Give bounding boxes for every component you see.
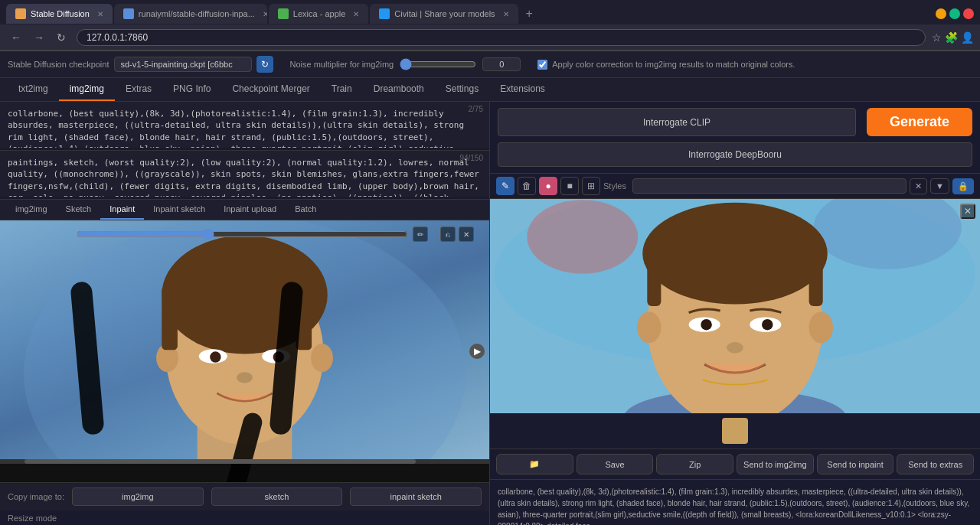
window-controls xyxy=(936,8,974,19)
tab-checkpoint-merger[interactable]: Checkpoint Merger xyxy=(221,78,320,101)
canvas-area: ⎌ ✕ ✏ ▶ xyxy=(0,220,489,482)
back-button[interactable]: ← xyxy=(6,30,26,45)
result-close-button[interactable]: ✕ xyxy=(960,204,975,219)
color-correction-section: Apply color correction to img2img result… xyxy=(537,60,795,70)
color-correction-checkbox[interactable] xyxy=(537,60,547,70)
minimize-button[interactable] xyxy=(936,8,946,19)
interrogate-clip-button[interactable]: Interrogate CLIP xyxy=(498,108,856,136)
subtab-inpaint[interactable]: Inpaint xyxy=(100,200,144,220)
color-correction-label: Apply color correction to img2img result… xyxy=(552,60,795,69)
svg-point-24 xyxy=(809,311,833,343)
right-panel: Interrogate CLIP Generate Interrogate De… xyxy=(490,102,980,525)
subtab-batch[interactable]: Batch xyxy=(286,200,325,220)
url-input[interactable] xyxy=(77,29,926,46)
styles-apply-button[interactable]: ▼ xyxy=(930,178,949,194)
resize-mode-label: Resize mode xyxy=(0,510,489,525)
tab-close-3[interactable]: ✕ xyxy=(353,10,359,18)
close-button[interactable] xyxy=(963,8,974,19)
tab-runwayml[interactable]: runaiyml/stable-diffusion-inpa... ✕ xyxy=(114,4,267,24)
brush-size-slider[interactable] xyxy=(77,228,408,240)
svg-rect-6 xyxy=(162,287,178,350)
tab-civitai[interactable]: Civitai | Share your models ✕ xyxy=(370,4,518,24)
browser-chrome: Stable Diffusion ✕ runaiyml/stable-diffu… xyxy=(0,0,980,51)
styles-save-button[interactable]: 🔒 xyxy=(952,178,974,194)
noise-input[interactable]: 0 xyxy=(482,57,521,71)
nav-tabs: txt2img img2img Extras PNG Info Checkpoi… xyxy=(0,78,980,102)
new-tab-button[interactable]: + xyxy=(520,5,539,22)
send-to-img2img-button[interactable]: Send to img2img xyxy=(737,454,814,474)
send-to-extras-button[interactable]: Send to extras xyxy=(897,454,974,474)
svg-point-28 xyxy=(762,319,773,330)
tool-trash-button[interactable]: 🗑 xyxy=(518,177,536,195)
tool-color-button[interactable]: ● xyxy=(539,177,557,195)
tab-train[interactable]: Train xyxy=(321,78,363,101)
negative-prompt-area: 94/150 paintings, sketch, (worst quality… xyxy=(0,151,489,200)
svg-point-27 xyxy=(701,319,711,330)
checkpoint-select[interactable]: sd-v1-5-inpainting.ckpt [c6bbc15e32] xyxy=(114,57,252,72)
style-tools: ✎ 🗑 ● ■ ⊞ Styles ✕ ▼ 🔒 xyxy=(490,174,980,199)
tab-extras[interactable]: Extras xyxy=(115,78,162,101)
maximize-button[interactable] xyxy=(949,8,960,19)
svg-point-29 xyxy=(727,342,743,353)
subtab-inpaint-upload[interactable]: Inpaint upload xyxy=(214,200,286,220)
bookmark-icon[interactable]: ☆ xyxy=(932,31,942,44)
copy-to-sketch-button[interactable]: sketch xyxy=(211,488,343,506)
result-prompt-text: collarbone, (best quality),(8k, 3d),(pho… xyxy=(490,480,980,525)
positive-prompt-counter: 2/75 xyxy=(469,105,483,113)
canvas-undo-button[interactable]: ⎌ xyxy=(440,227,456,242)
checkpoint-refresh-button[interactable]: ↻ xyxy=(256,56,273,73)
tab-close-4[interactable]: ✕ xyxy=(503,10,509,18)
folder-icon: 📁 xyxy=(529,459,540,469)
copy-to-img2img-button[interactable]: img2img xyxy=(72,488,204,506)
canvas-scroll-right-button[interactable]: ▶ xyxy=(469,344,485,359)
navigation-buttons: ← → ↻ xyxy=(6,30,70,45)
folder-button[interactable]: 📁 xyxy=(496,454,573,474)
tool-brush-button[interactable]: ✎ xyxy=(496,177,514,195)
extensions-icon[interactable]: 🧩 xyxy=(945,31,958,44)
tab-stable-diffusion[interactable]: Stable Diffusion ✕ xyxy=(6,4,113,24)
copy-image-row: Copy image to: img2img sketch inpaint sk… xyxy=(0,482,489,510)
checkpoint-section: Stable Diffusion checkpoint sd-v1-5-inpa… xyxy=(8,56,273,73)
tab-settings[interactable]: Settings xyxy=(435,78,489,101)
canvas-paint-mode-button[interactable]: ✏ xyxy=(413,227,428,242)
copy-to-inpaint-sketch-button[interactable]: inpaint sketch xyxy=(350,488,482,506)
result-thumbnail[interactable] xyxy=(722,418,748,444)
canvas-scroll-bar[interactable] xyxy=(0,459,489,464)
canvas-scroll-thumb xyxy=(24,459,416,464)
profile-icon[interactable]: 👤 xyxy=(961,31,974,44)
tab-dreambooth[interactable]: Dreambooth xyxy=(363,78,435,101)
subtab-inpaint-sketch[interactable]: Inpaint sketch xyxy=(144,200,214,220)
tool-grid-button[interactable]: ⊞ xyxy=(582,177,600,195)
tab-close-1[interactable]: ✕ xyxy=(97,10,103,18)
subtab-img2img[interactable]: img2img xyxy=(6,200,57,220)
send-to-inpaint-button[interactable]: Send to inpaint xyxy=(817,454,894,474)
styles-input[interactable] xyxy=(632,178,906,194)
zip-button[interactable]: Zip xyxy=(656,454,733,474)
tab-favicon-3 xyxy=(278,8,289,19)
tab-extensions[interactable]: Extensions xyxy=(489,78,556,101)
tab-png-info[interactable]: PNG Info xyxy=(162,78,221,101)
action-buttons: 📁 Save Zip Send to img2img Send to inpai… xyxy=(490,449,980,480)
refresh-button[interactable]: ↻ xyxy=(52,30,70,45)
positive-prompt-input[interactable]: collarbone, (best quality),(8k, 3d),(pho… xyxy=(0,102,489,148)
forward-button[interactable]: → xyxy=(29,30,49,45)
negative-prompt-input[interactable]: paintings, sketch, (worst quality:2), (l… xyxy=(0,151,489,197)
result-image-svg xyxy=(490,199,980,413)
negative-prompt-counter: 94/150 xyxy=(459,154,483,162)
tab-img2img[interactable]: img2img xyxy=(59,78,115,101)
styles-clear-button[interactable]: ✕ xyxy=(910,178,927,194)
tab-lexica[interactable]: Lexica - apple ✕ xyxy=(269,4,369,24)
save-button[interactable]: Save xyxy=(577,454,654,474)
canvas-clear-button[interactable]: ✕ xyxy=(459,227,474,242)
generate-button[interactable]: Generate xyxy=(867,108,972,136)
tab-close-2[interactable]: ✕ xyxy=(263,10,267,18)
noise-slider[interactable] xyxy=(400,58,476,70)
tab-txt2img[interactable]: txt2img xyxy=(8,78,59,101)
interrogate-deepbooru-button[interactable]: Interrogate DeepBooru xyxy=(498,142,972,167)
subtab-sketch[interactable]: Sketch xyxy=(57,200,101,220)
tool-extra-button[interactable]: ■ xyxy=(560,177,579,195)
left-panel: 2/75 collarbone, (best quality),(8k, 3d)… xyxy=(0,102,490,525)
brush-size-area: ✏ xyxy=(77,227,428,242)
svg-point-23 xyxy=(637,311,661,343)
tab-favicon-1 xyxy=(15,8,26,19)
